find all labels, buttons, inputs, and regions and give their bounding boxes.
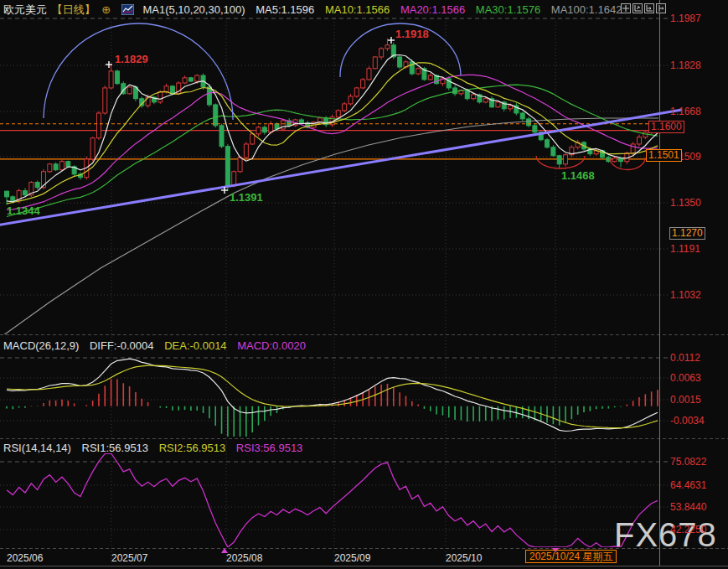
- rsi1-value: RSI1:56.9513: [82, 442, 149, 454]
- date-label[interactable]: 2025/10/24 星期五: [525, 550, 617, 563]
- ma-group-label: MA1(5,10,20,30,100): [142, 3, 245, 16]
- rsi-line: [7, 453, 658, 547]
- ma5-value: MA5:1.1596: [256, 3, 314, 16]
- annotation-low-1.1344: 1.1344: [7, 204, 40, 217]
- month-label: 2025/08: [226, 552, 262, 564]
- axis-tick-label: 1.1668: [670, 106, 701, 117]
- blue-arc: [44, 23, 233, 120]
- ma100-value: MA100:1.1642: [551, 3, 622, 16]
- axis-tick-label: 42.2250: [670, 525, 706, 535]
- month-label: 2025/09: [334, 552, 370, 564]
- axis-tick-label: 1.1987: [670, 13, 701, 24]
- toolbar: [621, 3, 666, 13]
- trend-line: [0, 110, 682, 225]
- symbol-name: 欧元美元: [3, 3, 47, 16]
- axis-pan-icon[interactable]: [644, 3, 654, 13]
- annotation-high-1.1829: 1.1829: [115, 53, 148, 65]
- chart-type-icon[interactable]: [121, 4, 134, 15]
- axis-tick-label: 1.1350: [670, 198, 701, 209]
- annotation-low-1.1468: 1.1468: [561, 169, 595, 182]
- axis-tick-label: 0.0063: [670, 373, 701, 384]
- macd-title: MACD(26,12,9): [3, 339, 79, 352]
- axis-tick-label: 1.1828: [670, 60, 701, 71]
- chart-canvas[interactable]: [0, 0, 728, 569]
- rsi2-value: RSI2:56.9513: [159, 442, 226, 454]
- annotation-high-1.1918: 1.1918: [395, 28, 429, 40]
- month-label: 2025/06: [7, 552, 43, 564]
- axis-tick-label: 75.0822: [670, 457, 706, 468]
- axis-zoom-icon[interactable]: [632, 3, 643, 13]
- axis-tick-label: 1.1032: [670, 290, 701, 301]
- month-label: 2025/10: [446, 552, 482, 564]
- ma10-value: MA10:1.1566: [325, 3, 390, 16]
- price-label-1.1600[interactable]: 1.1600: [648, 121, 684, 133]
- macd-diff-value: DIFF:-0.0004: [90, 339, 154, 352]
- axis-tick-label: -0.0034: [670, 416, 705, 427]
- chart-app: FX678 1.19871.18281.16681.15091.13501.11…: [0, 0, 728, 569]
- macd-header: MACD(26,12,9) DIFF:-0.0004 DEA:-0.0014 M…: [3, 339, 313, 352]
- macd-histogram: [7, 379, 658, 437]
- main-header: 欧元美元 【日线】 ⊕ MA1(5,10,20,30,100) MA5:1.15…: [3, 3, 629, 18]
- axis-tick-label: 64.4631: [670, 480, 706, 491]
- rsi3-value: RSI3:56.9513: [236, 442, 303, 454]
- rsi-title: RSI(14,14,14): [3, 442, 71, 454]
- annotation-low-1.1391: 1.1391: [230, 191, 263, 204]
- crosshair-icon[interactable]: [621, 3, 631, 13]
- macd-dea-value: DEA:-0.0014: [164, 339, 226, 352]
- month-label: 2025/07: [111, 552, 147, 564]
- ma30-value: MA30:1.1576: [476, 3, 540, 16]
- axis-tick-label: 0.0112: [670, 353, 700, 364]
- shift-right-icon[interactable]: [656, 3, 666, 13]
- circle-plus-icon[interactable]: ⊕: [101, 3, 111, 16]
- rsi-header: RSI(14,14,14) RSI1:56.9513 RSI2:56.9513 …: [3, 442, 310, 454]
- macd-value: MACD:0.0020: [237, 339, 306, 352]
- axis-tick-label: 0.0015: [670, 395, 701, 406]
- period-label[interactable]: 【日线】: [52, 3, 96, 16]
- price-label-1.1501[interactable]: 1.1501: [646, 149, 682, 162]
- axis-tick-label: 53.8440: [670, 502, 706, 513]
- axis-tick-label: 1.1191: [670, 244, 700, 255]
- ma20-value: MA20:1.1566: [400, 3, 465, 16]
- price-label-1.1270[interactable]: 1.1270: [669, 227, 705, 240]
